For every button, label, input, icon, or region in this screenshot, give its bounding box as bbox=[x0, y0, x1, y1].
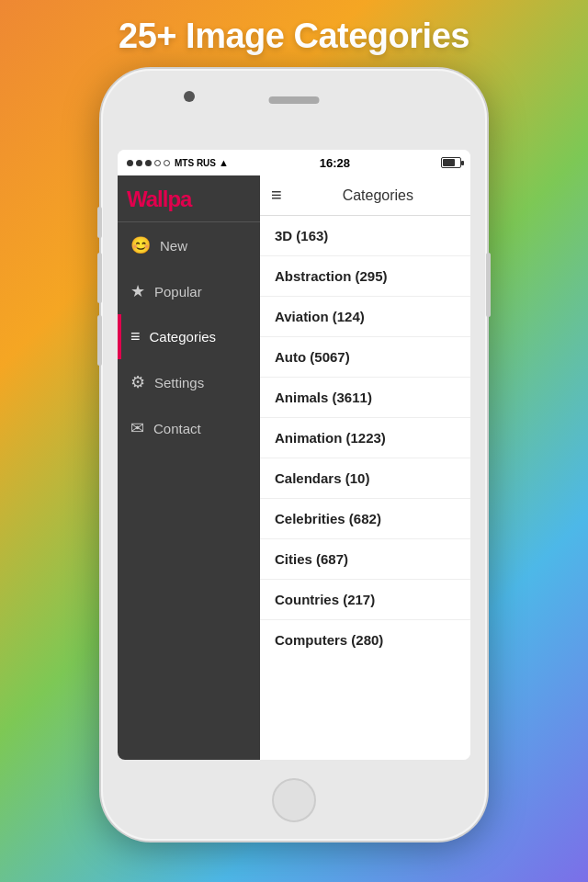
category-item[interactable]: Cities (687) bbox=[260, 539, 470, 580]
carrier-label: MTS RUS bbox=[175, 158, 216, 168]
sidebar-settings-label: Settings bbox=[154, 375, 204, 390]
settings-icon: ⚙ bbox=[130, 372, 145, 392]
new-icon: 😊 bbox=[130, 235, 151, 255]
sidebar-item-popular[interactable]: ★ Popular bbox=[118, 268, 260, 314]
wifi-icon: ▲ bbox=[219, 157, 229, 168]
category-item[interactable]: Countries (217) bbox=[260, 580, 470, 620]
category-item[interactable]: Auto (5067) bbox=[260, 337, 470, 378]
phone-speaker bbox=[269, 96, 320, 104]
front-camera bbox=[184, 91, 195, 102]
signal-dot-1 bbox=[127, 160, 133, 166]
sidebar-item-categories[interactable]: ≡ Categories bbox=[118, 314, 260, 359]
app-logo: Wallpa bbox=[118, 175, 260, 222]
sidebar: Wallpa 😊 New ★ Popular ≡ Categories ⚙ Se… bbox=[118, 175, 260, 760]
main-title: Categories bbox=[297, 187, 459, 204]
category-item[interactable]: Computers (280) bbox=[260, 620, 470, 660]
app-body: Wallpa 😊 New ★ Popular ≡ Categories ⚙ Se… bbox=[118, 175, 470, 760]
signal-dot-4 bbox=[154, 160, 161, 166]
sidebar-item-settings[interactable]: ⚙ Settings bbox=[118, 359, 260, 405]
hamburger-icon[interactable]: ≡ bbox=[271, 185, 282, 206]
battery-fill bbox=[443, 159, 455, 166]
category-item[interactable]: 3D (163) bbox=[260, 216, 470, 256]
category-item[interactable]: Celebrities (682) bbox=[260, 499, 470, 539]
power-button bbox=[486, 253, 491, 317]
signal-dot-5 bbox=[164, 160, 170, 166]
sidebar-categories-label: Categories bbox=[150, 329, 217, 345]
silent-button bbox=[97, 207, 102, 238]
phone-screen: MTS RUS ▲ 16:28 Wallpa 😊 New ★ bbox=[118, 150, 470, 760]
volume-up-button bbox=[97, 253, 102, 303]
category-item[interactable]: Animation (1223) bbox=[260, 418, 470, 458]
category-item[interactable]: Abstraction (295) bbox=[260, 256, 470, 297]
contact-icon: ✉ bbox=[130, 418, 144, 438]
main-content: ≡ Categories 3D (163)Abstraction (295)Av… bbox=[260, 175, 470, 760]
popular-icon: ★ bbox=[130, 281, 145, 301]
category-item[interactable]: Calendars (10) bbox=[260, 458, 470, 499]
sidebar-item-new[interactable]: 😊 New bbox=[118, 222, 260, 268]
volume-down-button bbox=[97, 315, 102, 366]
status-bar: MTS RUS ▲ 16:28 bbox=[118, 150, 470, 175]
home-button[interactable] bbox=[272, 778, 316, 822]
category-item[interactable]: Aviation (124) bbox=[260, 297, 470, 337]
sidebar-popular-label: Popular bbox=[154, 284, 202, 300]
signal-dot-2 bbox=[136, 160, 142, 166]
sidebar-item-contact[interactable]: ✉ Contact bbox=[118, 405, 260, 451]
category-list: 3D (163)Abstraction (295)Aviation (124)A… bbox=[260, 216, 470, 760]
top-bar: ≡ Categories bbox=[260, 175, 470, 216]
categories-icon: ≡ bbox=[130, 327, 141, 346]
battery-icon bbox=[441, 157, 461, 168]
status-left: MTS RUS ▲ bbox=[127, 157, 229, 168]
category-item[interactable]: Animals (3611) bbox=[260, 378, 470, 418]
status-right bbox=[441, 157, 461, 168]
sidebar-contact-label: Contact bbox=[153, 421, 201, 436]
page-headline: 25+ Image Categories bbox=[100, 0, 488, 65]
sidebar-new-label: New bbox=[160, 238, 187, 254]
phone-mockup: MTS RUS ▲ 16:28 Wallpa 😊 New ★ bbox=[101, 69, 487, 841]
status-time: 16:28 bbox=[320, 156, 350, 170]
signal-dot-3 bbox=[145, 160, 152, 166]
